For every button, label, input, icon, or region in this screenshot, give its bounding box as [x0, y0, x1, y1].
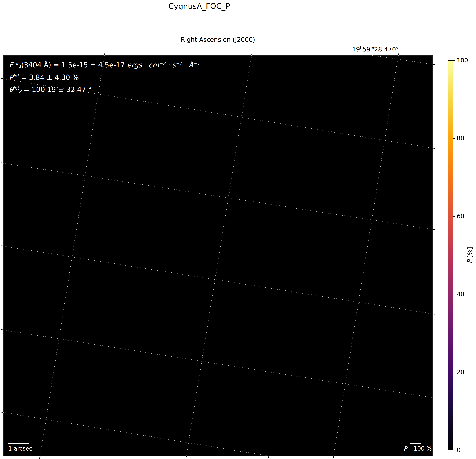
annotation-angle: θintP = 100.19 ± 32.47 °	[9, 85, 252, 94]
colorbar-axis-symbol: P	[466, 260, 473, 264]
pol-sup: int	[13, 73, 19, 78]
colorbar-label-100: 100	[457, 57, 476, 64]
tick-left-4	[1, 330, 3, 330]
tick-bottom-dec	[268, 456, 269, 458]
ra-gridline-2	[186, 55, 252, 456]
colorbar-label-0: 0	[457, 446, 476, 454]
colorbar-axis-label: P [%]	[466, 238, 474, 272]
tick-right-1	[433, 148, 435, 148]
tick-left-1	[1, 78, 3, 79]
figure: CygnusA_FOC_P Right Ascension (J2000) 19…	[0, 0, 476, 459]
angle-symbol: θ	[9, 85, 13, 94]
scalebar	[8, 443, 29, 444]
tick-right-3	[433, 314, 435, 314]
flux-unit-3: · Å	[182, 61, 194, 69]
tick-top-2	[252, 53, 252, 55]
angle-sup: int	[13, 85, 19, 91]
angle-value: = 100.19 ± 32.47 °	[21, 85, 92, 94]
angle-sub: P	[19, 89, 21, 94]
flux-value: (3404 Å) = 1.5e-15 ± 4.5e-17	[21, 61, 127, 69]
pol-symbol: P	[9, 73, 13, 81]
colorbar-tick-0	[453, 450, 455, 450]
polref-symbol: P	[404, 445, 407, 452]
dec-gridline-2	[3, 163, 433, 229]
dec-gridline-4	[3, 330, 433, 398]
pol-value: = 3.84 ± 4.30 %	[19, 73, 79, 81]
graticule-lines	[3, 55, 433, 456]
flux-unit-1-exp: −2	[159, 61, 166, 66]
colorbar-tick-80	[453, 138, 455, 139]
tick-right-2	[433, 229, 435, 230]
flux-unit-3-exp: −1	[193, 61, 200, 66]
plot-frame	[3, 55, 433, 456]
tick-top-1	[104, 53, 105, 55]
tick-bottom-2	[186, 456, 186, 459]
ra-gridline-3	[334, 55, 398, 456]
ra-gridline-1	[40, 55, 104, 456]
polref-value: = 100 %	[407, 445, 432, 452]
dec-gridline-0	[372, 55, 433, 64]
flux-sup: int	[13, 61, 18, 66]
annotation-polarization: Pint = 3.84 ± 4.30 %	[9, 73, 252, 82]
annotation-flux: Fintλ(3404 Å) = 1.5e-15 ± 4.5e-17 ergs ·…	[9, 61, 252, 70]
colorbar-tick-100	[453, 60, 455, 61]
tick-left-2	[1, 163, 3, 163]
colorbar-label-40: 40	[457, 290, 476, 298]
flux-symbol: F	[9, 61, 13, 69]
colorbar-gradient	[448, 60, 453, 450]
tick-top-3	[398, 53, 399, 55]
tick-right-0	[433, 64, 435, 65]
colorbar-label-20: 20	[457, 368, 476, 376]
colorbar-tick-40	[453, 294, 455, 294]
tick-bottom-3	[333, 456, 334, 459]
colorbar-label-80: 80	[457, 134, 476, 142]
tick-left-5	[1, 412, 3, 412]
flux-sub: λ	[18, 64, 21, 69]
scalebar-label: 1 arcsec	[8, 445, 60, 452]
flux-unit-2-exp: −1	[176, 61, 182, 66]
colorbar-tick-60	[453, 216, 455, 217]
tick-right-4	[433, 398, 435, 398]
flux-unit-1: ergs · cm	[127, 61, 159, 69]
flux-unit-2: · s	[165, 61, 176, 69]
colorbar-label-60: 60	[457, 212, 476, 220]
axis-ticks	[1, 53, 435, 459]
tick-bottom-1	[40, 456, 40, 459]
colorbar-axis-unit: [%]	[466, 247, 473, 260]
colorbar-tick-20	[453, 372, 455, 372]
tick-left-3	[1, 246, 3, 246]
dec-gridline-3	[3, 246, 433, 314]
polarization-reference-bar	[410, 443, 421, 444]
polarization-reference-label: P= 100 %	[404, 445, 438, 452]
